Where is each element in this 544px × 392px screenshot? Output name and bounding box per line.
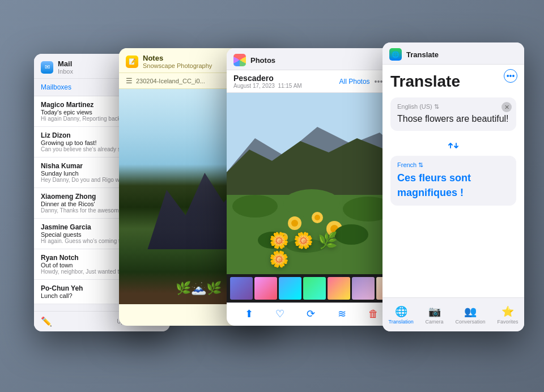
adjust-icon[interactable]: ≋ [338,308,346,320]
photos-toolbar: ⬆ ♡ ⟳ ≋ 🗑 [227,302,397,325]
notes-app-icon [126,56,138,68]
photo-thumb[interactable] [328,277,350,300]
tab-camera[interactable]: 📷 Camera [426,305,444,325]
notes-app-name: Notes [143,54,212,62]
photo-thumb[interactable] [352,277,375,300]
photos-app-icon [233,54,246,66]
photo-thumb[interactable] [303,277,326,300]
svg-point-13 [279,233,288,242]
app-switcher: Mail Inbox Mailboxes Inbox Magico Martin… [0,0,544,392]
translate-swap-button[interactable] [390,135,516,156]
mail-app-icon [41,61,53,74]
svg-point-15 [258,232,286,249]
tab-translation[interactable]: 🌐 Translation [388,305,413,325]
svg-point-12 [330,225,338,233]
translate-source-lang[interactable]: English (US) ⇅ [397,103,509,110]
photos-title-bar: Photos [227,48,397,70]
photos-thumbnail-strip [227,274,397,302]
camera-tab-icon: 📷 [428,305,441,318]
translate-window[interactable]: 🌐 Translate ••• Translate English (US) ⇅… [382,42,524,331]
svg-point-14 [281,235,286,240]
translate-output-section: French ⇅ Ces fleurs sont magnifiques ! [390,156,516,205]
translate-more-button[interactable]: ••• [504,69,517,83]
mail-back-button[interactable]: Mailboxes [41,83,71,91]
favorites-tab-label: Favorites [498,319,518,325]
svg-point-4 [232,195,278,218]
photos-app-name: Photos [250,56,275,65]
heart-icon[interactable]: ♡ [275,308,284,320]
photos-date: August 17, 2023 11:15 AM [233,83,302,89]
translate-app-icon: 🌐 [389,48,402,61]
translate-clear-button[interactable]: ✕ [502,102,512,112]
delete-icon[interactable]: 🗑 [368,308,379,320]
mail-subtitle: Inbox [58,68,73,75]
conversation-tab-label: Conversation [456,319,486,325]
translate-body: ••• Translate English (US) ⇅ Those flowe… [382,65,524,206]
mail-app-name: Mail [58,59,73,68]
conversation-tab-icon: 👥 [464,305,477,318]
translate-source-text: Those flowers are beautiful! [397,113,509,125]
translate-target-lang[interactable]: French ⇅ [397,161,509,169]
photos-more-button[interactable]: ••• [375,77,383,86]
translate-tab-bar: 🌐 Translation 📷 Camera 👥 Conversation ⭐ … [382,297,524,331]
notes-subtitle: Snowscape Photography [143,62,212,69]
translate-input-section: English (US) ⇅ Those flowers are beautif… [390,97,516,131]
svg-point-10 [314,215,320,220]
translate-output-text: Ces fleurs sont magnifiques ! [397,171,509,199]
photo-thumb[interactable] [230,277,253,300]
translation-tab-label: Translation [388,319,413,325]
photos-nav-bar: Pescadero August 17, 2023 11:15 AM All P… [227,70,397,93]
photos-window[interactable]: Photos Pescadero August 17, 2023 11:15 A… [227,48,397,326]
translation-tab-icon: 🌐 [395,305,407,318]
svg-point-17 [286,239,326,253]
camera-tab-label: Camera [426,319,444,325]
photos-all-button[interactable]: All Photos [339,78,370,86]
compose-icon[interactable]: ✏️ [41,316,52,327]
svg-point-5 [283,189,340,218]
notes-doc-name: 230204-Iceland_CC_i0... [136,78,205,84]
photo-thumb[interactable] [254,277,277,300]
translate-page-title: Translate [390,73,516,91]
photo-thumb[interactable] [279,277,301,300]
photos-location: Pescadero [233,74,302,83]
photos-main-image [227,93,397,274]
favorites-tab-icon: ⭐ [502,305,514,318]
svg-point-8 [291,220,298,227]
share-icon[interactable]: ⬆ [245,308,253,320]
translate-app-name: Translate [406,50,439,59]
translate-title-bar: 🌐 Translate [382,42,524,65]
svg-point-16 [334,224,368,245]
tab-conversation[interactable]: 👥 Conversation [456,305,486,325]
live-photo-icon[interactable]: ⟳ [307,308,315,320]
tab-favorites[interactable]: ⭐ Favorites [498,305,518,325]
